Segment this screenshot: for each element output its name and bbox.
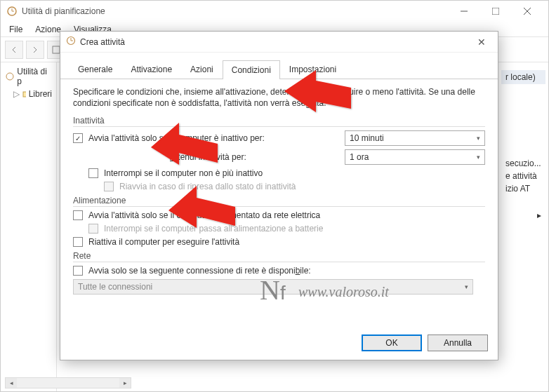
cancel-button[interactable]: Annulla bbox=[428, 334, 488, 351]
checkbox-net-start[interactable] bbox=[73, 266, 83, 276]
chevron-down-icon: ▾ bbox=[477, 135, 480, 142]
nav-root[interactable]: Utilità di p bbox=[4, 65, 53, 88]
dialog-close-button[interactable]: ✕ bbox=[471, 32, 492, 53]
svg-point-9 bbox=[6, 73, 13, 80]
tab-azioni[interactable]: Azioni bbox=[181, 60, 223, 79]
horizontal-scrollbar[interactable]: ◂ ▸ bbox=[5, 377, 131, 388]
checkbox-idle-stop[interactable] bbox=[88, 168, 98, 178]
select-network-value: Tutte le connessioni bbox=[78, 282, 152, 292]
row-idle-resume: Riavvia in caso di ripresa dallo stato d… bbox=[73, 182, 485, 191]
window-controls bbox=[448, 1, 543, 21]
checkbox-power-ac[interactable] bbox=[73, 210, 83, 220]
label-idle-resume: Riavvia in caso di ripresa dallo stato d… bbox=[119, 182, 296, 191]
checkbox-power-battery bbox=[88, 224, 98, 234]
nav-child-label: Libreri bbox=[29, 89, 52, 99]
row-power-ac: Avvia l'attività solo se il computer è a… bbox=[73, 210, 485, 220]
dialog-titlebar: Crea attività ✕ bbox=[60, 32, 498, 53]
create-task-dialog: Crea attività ✕ Generale Attivazione Azi… bbox=[60, 31, 498, 360]
select-idle-wait[interactable]: 1 ora ▾ bbox=[345, 149, 485, 165]
select-idle-time[interactable]: 10 minuti ▾ bbox=[345, 130, 485, 146]
label-idle-start: Avvia l'attività solo se il computer è i… bbox=[88, 133, 265, 143]
select-idle-wait-value: 1 ora bbox=[350, 152, 369, 162]
tab-content-condizioni: Specificare le condizioni che, insieme a… bbox=[60, 79, 498, 305]
tab-impostazioni[interactable]: Impostazioni bbox=[280, 60, 345, 79]
forward-button[interactable] bbox=[26, 41, 44, 59]
group-rete: Rete bbox=[73, 251, 485, 262]
checkbox-idle-start[interactable]: ✓ bbox=[73, 133, 83, 143]
menu-file[interactable]: File bbox=[4, 23, 28, 36]
checkbox-power-wake[interactable] bbox=[73, 237, 83, 247]
back-button[interactable] bbox=[5, 41, 23, 59]
minimize-button[interactable] bbox=[448, 1, 479, 21]
nav-panel: Utilità di p ▷ Libreri bbox=[1, 62, 57, 391]
chevron-down-icon: ▾ bbox=[465, 283, 468, 290]
tab-attivazione[interactable]: Attivazione bbox=[121, 60, 181, 79]
actions-panel: r locale) secuzio... e attività izio AT … bbox=[498, 67, 548, 224]
label-idle-stop: Interrompi se il computer non è più inat… bbox=[104, 168, 263, 178]
tab-condizioni[interactable]: Condizioni bbox=[223, 60, 280, 79]
tab-generale[interactable]: Generale bbox=[69, 60, 121, 79]
app-icon bbox=[6, 6, 18, 17]
svg-rect-4 bbox=[492, 8, 499, 15]
row-power-wake: Riattiva il computer per eseguire l'atti… bbox=[73, 237, 485, 247]
row-power-battery: Interrompi se il computer passa all'alim… bbox=[73, 224, 485, 234]
nav-child[interactable]: ▷ Libreri bbox=[4, 88, 53, 100]
chevron-down-icon: ▾ bbox=[477, 154, 480, 161]
watermark-logo: Nf bbox=[260, 273, 286, 306]
group-inattivita: Inattività bbox=[73, 116, 485, 127]
label-idle-wait: Attendi inattività per: bbox=[170, 152, 246, 162]
row-idle-wait: Attendi inattività per: 1 ora ▾ bbox=[73, 149, 485, 165]
svg-rect-10 bbox=[23, 92, 26, 97]
clock-icon bbox=[66, 36, 76, 48]
checkbox-idle-resume bbox=[104, 182, 114, 191]
actions-item[interactable]: e attività bbox=[501, 170, 545, 182]
select-idle-time-value: 10 minuti bbox=[350, 133, 384, 143]
dialog-buttons: OK Annulla bbox=[362, 334, 488, 351]
main-titlebar: Utilità di pianificazione bbox=[1, 1, 548, 22]
scroll-left-button[interactable]: ◂ bbox=[6, 378, 17, 388]
svg-rect-7 bbox=[53, 46, 60, 53]
row-idle-stop: Interrompi se il computer non è più inat… bbox=[73, 168, 485, 178]
dialog-title: Crea attività bbox=[80, 37, 471, 47]
ok-button[interactable]: OK bbox=[362, 334, 422, 351]
watermark-text: www.valoroso.it bbox=[298, 284, 389, 300]
maximize-button[interactable] bbox=[479, 1, 511, 21]
close-button[interactable] bbox=[511, 1, 543, 21]
expand-icon[interactable]: ▸ bbox=[501, 209, 545, 222]
actions-item[interactable]: secuzio... bbox=[501, 157, 545, 170]
label-power-battery: Interrompi se il computer passa all'alim… bbox=[104, 224, 323, 234]
conditions-description: Specificare le condizioni che, insieme a… bbox=[73, 86, 485, 109]
main-window-title: Utilità di pianificazione bbox=[22, 6, 448, 16]
actions-header: r locale) bbox=[501, 70, 545, 84]
nav-root-label: Utilità di p bbox=[17, 67, 52, 86]
tabs: Generale Attivazione Azioni Condizioni I… bbox=[60, 53, 498, 79]
actions-item[interactable]: izio AT bbox=[501, 182, 545, 195]
group-alimentazione: Alimentazione bbox=[73, 196, 485, 207]
label-power-ac: Avvia l'attività solo se il computer è a… bbox=[88, 210, 320, 220]
scroll-right-button[interactable]: ▸ bbox=[119, 378, 131, 388]
label-power-wake: Riattiva il computer per eseguire l'atti… bbox=[88, 237, 239, 247]
row-idle-start: ✓ Avvia l'attività solo se il computer è… bbox=[73, 130, 485, 146]
